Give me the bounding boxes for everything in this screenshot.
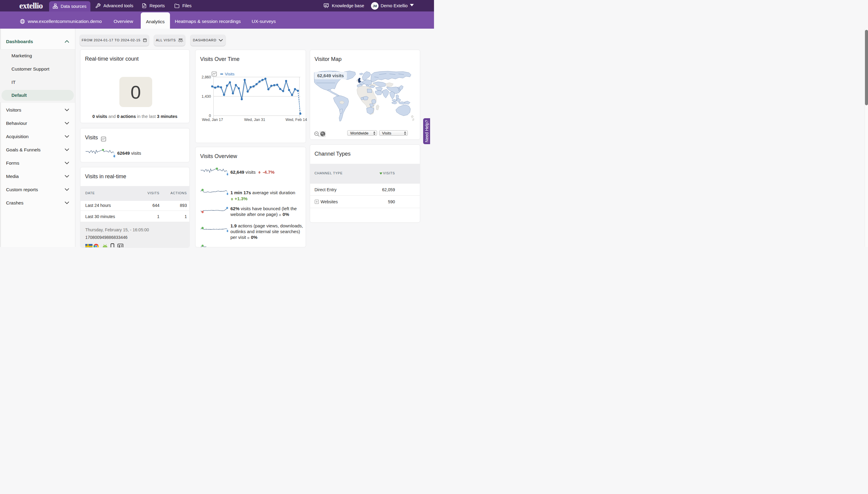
svg-text:2,860: 2,860 [202,75,211,79]
svg-text:Wed, Jan 31: Wed, Jan 31 [244,117,265,121]
svg-text:1,430: 1,430 [202,94,211,98]
svg-text:Wed, Jan 17: Wed, Jan 17 [202,117,223,121]
svg-text:Wed, Feb 14: Wed, Feb 14 [285,117,307,121]
svg-text:Visits: Visits [225,72,235,76]
svg-text:0: 0 [209,113,211,118]
